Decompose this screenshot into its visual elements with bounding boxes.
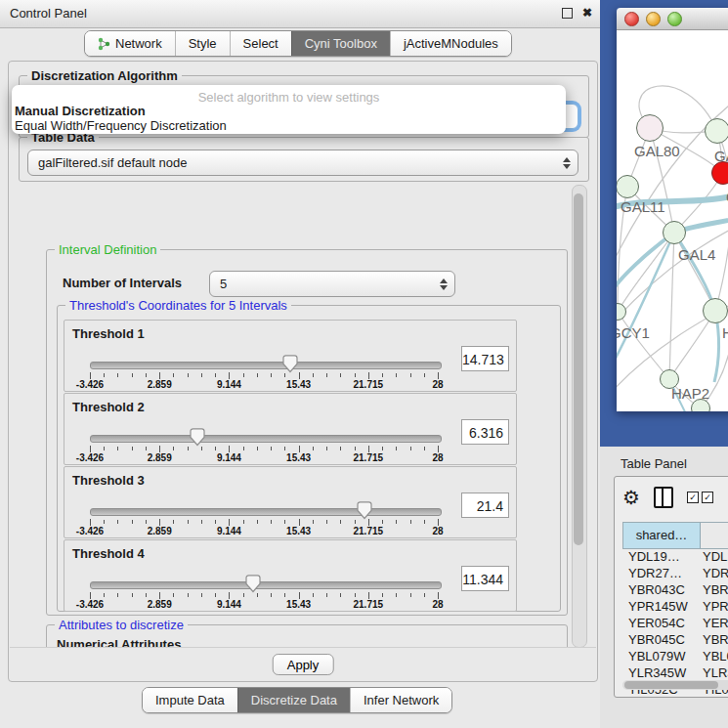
network-node-h[interactable] <box>703 298 728 323</box>
table-row[interactable]: YBR045CYBR045C <box>622 631 728 648</box>
settings-vertical-scrollbar[interactable] <box>572 185 587 648</box>
tick-mark <box>201 593 202 597</box>
control-panel-titlebar: Control Panel ✖ <box>0 0 600 28</box>
network-node-c[interactable] <box>711 161 728 185</box>
tick-mark <box>355 447 356 450</box>
tick-mark <box>284 593 285 597</box>
tick-mark <box>117 447 118 450</box>
slider-thumb[interactable] <box>190 428 205 447</box>
tick-mark <box>438 372 439 379</box>
tick-label: 21.715 <box>339 379 398 390</box>
tick-mark <box>257 593 258 597</box>
tick-mark <box>326 520 327 524</box>
table-row[interactable]: YBR043CYBR043C <box>622 581 728 598</box>
table-row[interactable]: YDL19…YDL19… <box>622 548 728 565</box>
checkbox-icon[interactable]: ✓ <box>702 492 713 503</box>
tick-label: 21.715 <box>339 599 398 610</box>
column-visibility-icons: ✓ ✓ <box>687 492 713 503</box>
threshold-value-field[interactable]: 6.316 <box>461 419 509 445</box>
network-node-gal4[interactable] <box>663 221 686 244</box>
tick-mark <box>159 592 160 599</box>
zoom-traffic-light-icon[interactable] <box>667 12 682 26</box>
interval-definition-group: Interval Definition Number of Intervals … <box>46 249 568 616</box>
table-cell: YBR045C <box>699 631 728 648</box>
algorithm-option-equal-width-frequency-discretization[interactable]: Equal Width/Frequency Discretization <box>15 118 227 133</box>
tab-select[interactable]: Select <box>230 31 291 56</box>
table-row[interactable]: YPR145WYPR145W <box>622 598 728 615</box>
algorithm-dropdown-popup: Select algorithm to view settings Manual… <box>12 85 566 134</box>
cyni-toolbox-panel: Discretization Algorithm Table Data galF… <box>8 61 598 682</box>
table-data-combobox[interactable]: galFiltered.sif default node <box>27 150 578 176</box>
network-view-window[interactable]: GAL80GACGAL11GAL4GCY1HHAP2 <box>617 8 728 410</box>
tick-mark <box>410 447 411 450</box>
number-of-intervals-combobox[interactable]: 5 <box>209 271 455 297</box>
number-of-intervals-value: 5 <box>210 277 439 291</box>
network-node[interactable] <box>691 399 710 411</box>
threshold-value-field[interactable]: 21.4 <box>461 492 509 518</box>
tick-mark <box>229 592 230 599</box>
slider-track[interactable] <box>90 581 442 589</box>
slider-track[interactable] <box>90 362 442 369</box>
tab-label: Network <box>115 36 162 51</box>
table-rows: YDL19…YDL19…YDR27…YDR27…YBR043CYBR043CYP… <box>622 548 728 698</box>
gear-icon[interactable]: ⚙ <box>622 488 640 507</box>
interval-definition-group-title: Interval Definition <box>55 242 160 257</box>
checkbox-icon[interactable]: ✓ <box>687 492 699 503</box>
close-icon[interactable]: ✖ <box>582 7 592 19</box>
node-label: GCY1 <box>617 324 650 341</box>
tab-label: jActiveMNodules <box>404 36 498 51</box>
column-layout-icon[interactable] <box>654 487 673 508</box>
tick-mark <box>257 520 258 524</box>
tick-label: 2.859 <box>130 599 189 610</box>
tick-mark <box>188 373 189 377</box>
network-node-ga[interactable] <box>705 118 728 144</box>
tick-mark <box>326 593 327 597</box>
tab-network[interactable]: Network <box>85 31 175 56</box>
apply-button[interactable]: Apply <box>273 654 334 675</box>
slider-thumb[interactable] <box>282 355 298 373</box>
tab-label: Select <box>243 36 278 51</box>
tick-mark <box>313 593 314 597</box>
tick-mark <box>229 372 230 379</box>
node-table-panel: ⚙ ✓ ✓ shared…name YDL19…YDL19…YDR27…YDR2… <box>614 476 728 698</box>
tab-impute-data[interactable]: Impute Data <box>143 688 237 712</box>
table-horizontal-scrollbar[interactable] <box>622 680 728 690</box>
slider-track[interactable] <box>90 435 442 443</box>
slider-track[interactable] <box>90 508 442 516</box>
network-node-gal80[interactable] <box>636 114 664 142</box>
table-row[interactable]: YLR345WYLR345W <box>622 664 728 681</box>
combo-stepper-icon <box>439 278 448 290</box>
tick-label: 2.859 <box>130 379 189 390</box>
threshold-value-field[interactable]: 14.713 <box>461 346 509 371</box>
minimize-traffic-light-icon[interactable] <box>646 12 661 26</box>
table-row[interactable]: YDR27…YDR27… <box>622 565 728 581</box>
table-row[interactable]: YER054CYER054C <box>622 615 728 631</box>
algorithm-dropdown-hint: Select algorithm to view settings <box>12 90 566 105</box>
tick-mark <box>313 373 314 377</box>
table-cell: YER054C <box>622 615 699 631</box>
slider-thumb[interactable] <box>357 501 372 520</box>
table-row[interactable]: YBL079WYBL079W <box>622 648 728 664</box>
tick-mark <box>243 593 244 597</box>
thresholds-group: Threshold's Coordinates for 5 Intervals … <box>57 305 561 612</box>
algorithm-option-manual-discretization[interactable]: Manual Discretization <box>15 104 146 118</box>
tick-mark <box>382 373 383 377</box>
network-node-gal11[interactable] <box>617 175 639 198</box>
close-traffic-light-icon[interactable] <box>624 12 639 26</box>
slider-thumb[interactable] <box>245 575 261 593</box>
table-cell: YBR043C <box>622 581 699 598</box>
threshold-value-field[interactable]: 11.344 <box>461 566 509 591</box>
tick-mark <box>90 592 91 599</box>
column-header-name[interactable]: name <box>701 523 728 548</box>
column-header-shared[interactable]: shared… <box>623 523 701 548</box>
tick-mark <box>424 447 425 450</box>
tab-discretize-data[interactable]: Discretize Data <box>237 688 350 712</box>
tab-style[interactable]: Style <box>175 31 230 56</box>
tab-infer-network[interactable]: Infer Network <box>350 688 451 712</box>
tab-jactivemnodules[interactable]: jActiveMNodules <box>390 31 511 56</box>
network-canvas[interactable]: GAL80GACGAL11GAL4GCY1HHAP2 <box>617 30 728 411</box>
tab-cyni-toolbox[interactable]: Cyni Toolbox <box>291 31 390 56</box>
threshold-row-4: Threshold 4-3.4262.8599.14415.4321.71528… <box>64 539 517 612</box>
tick-mark <box>188 593 189 597</box>
float-window-icon[interactable] <box>562 8 573 19</box>
